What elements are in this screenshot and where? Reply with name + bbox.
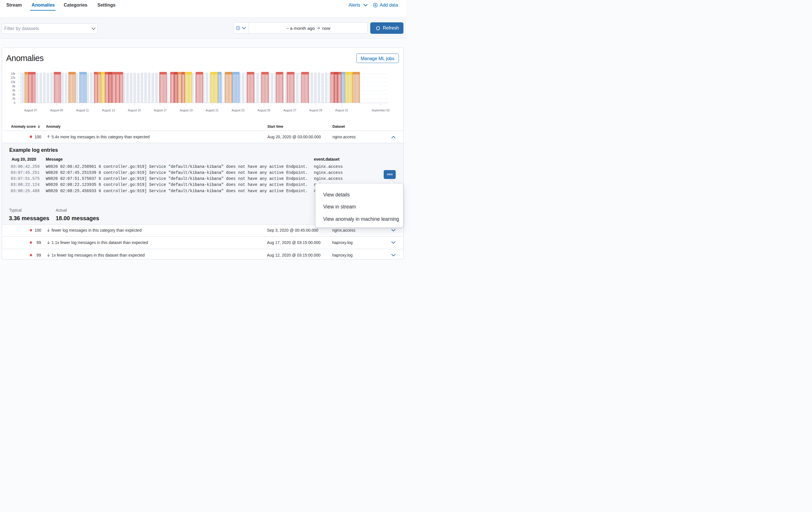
svg-text:August 07: August 07: [24, 109, 37, 112]
svg-text:August 21: August 21: [206, 109, 219, 112]
svg-text:August 15: August 15: [128, 109, 141, 112]
svg-text:12k: 12k: [10, 76, 16, 79]
svg-text:August 11: August 11: [76, 109, 89, 112]
svg-text:August 31: August 31: [335, 109, 348, 112]
svg-text:10k: 10k: [10, 80, 16, 84]
svg-text:14k: 14k: [10, 72, 16, 75]
svg-text:2k: 2k: [12, 97, 16, 100]
svg-text:August 19: August 19: [180, 109, 193, 112]
svg-text:August 09: August 09: [50, 109, 63, 112]
svg-text:August 27: August 27: [283, 109, 296, 112]
svg-text:August 17: August 17: [154, 109, 167, 112]
svg-text:August 13: August 13: [102, 109, 115, 112]
svg-text:4k: 4k: [12, 93, 16, 96]
svg-text:August 23: August 23: [231, 109, 244, 112]
svg-text:September 03: September 03: [372, 109, 390, 112]
svg-text:6k: 6k: [12, 89, 16, 92]
svg-text:0: 0: [14, 101, 16, 105]
svg-text:8k: 8k: [12, 85, 16, 88]
svg-text:August 29: August 29: [309, 109, 322, 112]
svg-text:August 25: August 25: [258, 109, 270, 112]
